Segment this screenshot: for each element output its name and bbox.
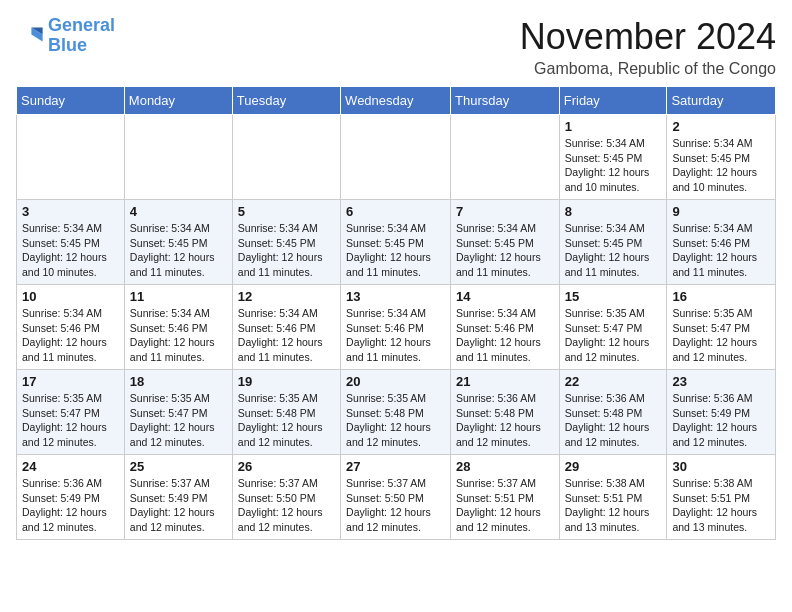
week-row-0: 1Sunrise: 5:34 AM Sunset: 5:45 PM Daylig… bbox=[17, 115, 776, 200]
day-info: Sunrise: 5:35 AM Sunset: 5:48 PM Dayligh… bbox=[238, 391, 335, 450]
week-row-2: 10Sunrise: 5:34 AM Sunset: 5:46 PM Dayli… bbox=[17, 285, 776, 370]
day-number: 3 bbox=[22, 204, 119, 219]
day-cell: 1Sunrise: 5:34 AM Sunset: 5:45 PM Daylig… bbox=[559, 115, 667, 200]
day-number: 5 bbox=[238, 204, 335, 219]
day-info: Sunrise: 5:37 AM Sunset: 5:51 PM Dayligh… bbox=[456, 476, 554, 535]
day-info: Sunrise: 5:34 AM Sunset: 5:45 PM Dayligh… bbox=[565, 136, 662, 195]
day-number: 17 bbox=[22, 374, 119, 389]
day-number: 12 bbox=[238, 289, 335, 304]
day-cell: 17Sunrise: 5:35 AM Sunset: 5:47 PM Dayli… bbox=[17, 370, 125, 455]
week-row-1: 3Sunrise: 5:34 AM Sunset: 5:45 PM Daylig… bbox=[17, 200, 776, 285]
day-cell: 16Sunrise: 5:35 AM Sunset: 5:47 PM Dayli… bbox=[667, 285, 776, 370]
location-title: Gamboma, Republic of the Congo bbox=[520, 60, 776, 78]
day-cell: 2Sunrise: 5:34 AM Sunset: 5:45 PM Daylig… bbox=[667, 115, 776, 200]
day-cell: 22Sunrise: 5:36 AM Sunset: 5:48 PM Dayli… bbox=[559, 370, 667, 455]
day-info: Sunrise: 5:34 AM Sunset: 5:45 PM Dayligh… bbox=[22, 221, 119, 280]
day-info: Sunrise: 5:35 AM Sunset: 5:47 PM Dayligh… bbox=[22, 391, 119, 450]
day-cell: 4Sunrise: 5:34 AM Sunset: 5:45 PM Daylig… bbox=[124, 200, 232, 285]
day-number: 24 bbox=[22, 459, 119, 474]
day-info: Sunrise: 5:34 AM Sunset: 5:46 PM Dayligh… bbox=[346, 306, 445, 365]
day-info: Sunrise: 5:38 AM Sunset: 5:51 PM Dayligh… bbox=[672, 476, 770, 535]
day-number: 25 bbox=[130, 459, 227, 474]
day-number: 30 bbox=[672, 459, 770, 474]
weekday-header-thursday: Thursday bbox=[451, 87, 560, 115]
day-number: 23 bbox=[672, 374, 770, 389]
day-number: 27 bbox=[346, 459, 445, 474]
day-info: Sunrise: 5:34 AM Sunset: 5:46 PM Dayligh… bbox=[130, 306, 227, 365]
day-cell: 9Sunrise: 5:34 AM Sunset: 5:46 PM Daylig… bbox=[667, 200, 776, 285]
day-cell: 24Sunrise: 5:36 AM Sunset: 5:49 PM Dayli… bbox=[17, 455, 125, 540]
day-number: 16 bbox=[672, 289, 770, 304]
weekday-header-saturday: Saturday bbox=[667, 87, 776, 115]
day-info: Sunrise: 5:34 AM Sunset: 5:45 PM Dayligh… bbox=[130, 221, 227, 280]
day-info: Sunrise: 5:36 AM Sunset: 5:48 PM Dayligh… bbox=[456, 391, 554, 450]
day-cell: 30Sunrise: 5:38 AM Sunset: 5:51 PM Dayli… bbox=[667, 455, 776, 540]
day-cell: 10Sunrise: 5:34 AM Sunset: 5:46 PM Dayli… bbox=[17, 285, 125, 370]
day-number: 20 bbox=[346, 374, 445, 389]
day-cell bbox=[124, 115, 232, 200]
logo-icon bbox=[16, 22, 44, 50]
day-cell: 12Sunrise: 5:34 AM Sunset: 5:46 PM Dayli… bbox=[232, 285, 340, 370]
day-number: 1 bbox=[565, 119, 662, 134]
day-info: Sunrise: 5:34 AM Sunset: 5:45 PM Dayligh… bbox=[346, 221, 445, 280]
day-info: Sunrise: 5:34 AM Sunset: 5:46 PM Dayligh… bbox=[672, 221, 770, 280]
day-info: Sunrise: 5:35 AM Sunset: 5:47 PM Dayligh… bbox=[565, 306, 662, 365]
day-info: Sunrise: 5:34 AM Sunset: 5:45 PM Dayligh… bbox=[456, 221, 554, 280]
day-info: Sunrise: 5:38 AM Sunset: 5:51 PM Dayligh… bbox=[565, 476, 662, 535]
day-number: 13 bbox=[346, 289, 445, 304]
weekday-header-row: SundayMondayTuesdayWednesdayThursdayFrid… bbox=[17, 87, 776, 115]
weekday-header-monday: Monday bbox=[124, 87, 232, 115]
day-cell: 25Sunrise: 5:37 AM Sunset: 5:49 PM Dayli… bbox=[124, 455, 232, 540]
day-number: 6 bbox=[346, 204, 445, 219]
day-info: Sunrise: 5:34 AM Sunset: 5:46 PM Dayligh… bbox=[22, 306, 119, 365]
day-number: 2 bbox=[672, 119, 770, 134]
weekday-header-tuesday: Tuesday bbox=[232, 87, 340, 115]
day-number: 10 bbox=[22, 289, 119, 304]
day-info: Sunrise: 5:37 AM Sunset: 5:49 PM Dayligh… bbox=[130, 476, 227, 535]
day-info: Sunrise: 5:34 AM Sunset: 5:46 PM Dayligh… bbox=[238, 306, 335, 365]
weekday-header-friday: Friday bbox=[559, 87, 667, 115]
calendar-table: SundayMondayTuesdayWednesdayThursdayFrid… bbox=[16, 86, 776, 540]
day-number: 19 bbox=[238, 374, 335, 389]
day-info: Sunrise: 5:35 AM Sunset: 5:48 PM Dayligh… bbox=[346, 391, 445, 450]
day-number: 8 bbox=[565, 204, 662, 219]
day-number: 4 bbox=[130, 204, 227, 219]
day-info: Sunrise: 5:35 AM Sunset: 5:47 PM Dayligh… bbox=[672, 306, 770, 365]
day-number: 18 bbox=[130, 374, 227, 389]
day-cell: 23Sunrise: 5:36 AM Sunset: 5:49 PM Dayli… bbox=[667, 370, 776, 455]
day-cell: 5Sunrise: 5:34 AM Sunset: 5:45 PM Daylig… bbox=[232, 200, 340, 285]
day-cell bbox=[451, 115, 560, 200]
day-info: Sunrise: 5:34 AM Sunset: 5:45 PM Dayligh… bbox=[672, 136, 770, 195]
day-info: Sunrise: 5:37 AM Sunset: 5:50 PM Dayligh… bbox=[238, 476, 335, 535]
weekday-header-sunday: Sunday bbox=[17, 87, 125, 115]
day-number: 28 bbox=[456, 459, 554, 474]
day-info: Sunrise: 5:34 AM Sunset: 5:45 PM Dayligh… bbox=[565, 221, 662, 280]
logo-text: General Blue bbox=[48, 16, 115, 56]
day-number: 26 bbox=[238, 459, 335, 474]
day-cell: 29Sunrise: 5:38 AM Sunset: 5:51 PM Dayli… bbox=[559, 455, 667, 540]
day-info: Sunrise: 5:35 AM Sunset: 5:47 PM Dayligh… bbox=[130, 391, 227, 450]
day-number: 22 bbox=[565, 374, 662, 389]
day-cell bbox=[17, 115, 125, 200]
day-number: 15 bbox=[565, 289, 662, 304]
week-row-3: 17Sunrise: 5:35 AM Sunset: 5:47 PM Dayli… bbox=[17, 370, 776, 455]
day-cell: 11Sunrise: 5:34 AM Sunset: 5:46 PM Dayli… bbox=[124, 285, 232, 370]
day-info: Sunrise: 5:34 AM Sunset: 5:45 PM Dayligh… bbox=[238, 221, 335, 280]
day-cell: 26Sunrise: 5:37 AM Sunset: 5:50 PM Dayli… bbox=[232, 455, 340, 540]
day-cell: 7Sunrise: 5:34 AM Sunset: 5:45 PM Daylig… bbox=[451, 200, 560, 285]
day-cell: 21Sunrise: 5:36 AM Sunset: 5:48 PM Dayli… bbox=[451, 370, 560, 455]
day-info: Sunrise: 5:36 AM Sunset: 5:48 PM Dayligh… bbox=[565, 391, 662, 450]
day-cell: 18Sunrise: 5:35 AM Sunset: 5:47 PM Dayli… bbox=[124, 370, 232, 455]
day-number: 14 bbox=[456, 289, 554, 304]
day-number: 21 bbox=[456, 374, 554, 389]
day-cell: 13Sunrise: 5:34 AM Sunset: 5:46 PM Dayli… bbox=[341, 285, 451, 370]
day-cell: 14Sunrise: 5:34 AM Sunset: 5:46 PM Dayli… bbox=[451, 285, 560, 370]
day-cell bbox=[341, 115, 451, 200]
title-area: November 2024 Gamboma, Republic of the C… bbox=[520, 16, 776, 78]
day-info: Sunrise: 5:36 AM Sunset: 5:49 PM Dayligh… bbox=[22, 476, 119, 535]
day-info: Sunrise: 5:37 AM Sunset: 5:50 PM Dayligh… bbox=[346, 476, 445, 535]
day-cell: 27Sunrise: 5:37 AM Sunset: 5:50 PM Dayli… bbox=[341, 455, 451, 540]
day-cell: 20Sunrise: 5:35 AM Sunset: 5:48 PM Dayli… bbox=[341, 370, 451, 455]
day-number: 9 bbox=[672, 204, 770, 219]
day-cell: 8Sunrise: 5:34 AM Sunset: 5:45 PM Daylig… bbox=[559, 200, 667, 285]
